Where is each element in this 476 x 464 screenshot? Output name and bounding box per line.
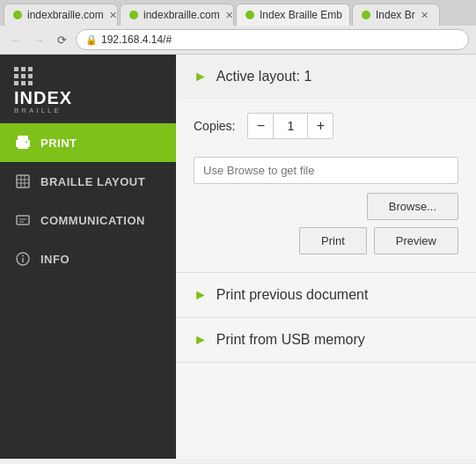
tab-3-label: Index Braille Emb [260, 9, 342, 21]
section-active-layout-title: Active layout: 1 [216, 69, 312, 85]
sidebar-item-braille-layout[interactable]: BRAILLE LAYOUT [0, 162, 176, 201]
sidebar-item-communication[interactable]: COMMUNICATION [0, 201, 176, 239]
svg-rect-5 [17, 175, 29, 188]
tab-2-label: indexbraille.com [143, 9, 220, 21]
copies-row: Copies: − 1 + [194, 113, 458, 139]
tab-1[interactable]: indexbraille.com ✕ [4, 4, 118, 26]
tab-1-close[interactable]: ✕ [109, 10, 117, 21]
browser-chrome: indexbraille.com ✕ indexbraille.com ✕ In… [0, 0, 476, 55]
url-text: 192.168.4.14/# [101, 33, 172, 46]
tab-2[interactable]: indexbraille.com ✕ [120, 4, 234, 26]
chevron-active-layout: ► [194, 69, 208, 85]
braille-layout-icon [14, 173, 32, 190]
tab-1-favicon [13, 11, 22, 19]
sidebar: INDEX BRAILLE PRINT [0, 55, 176, 459]
tab-4-close[interactable]: ✕ [421, 10, 428, 21]
tab-2-favicon [129, 11, 138, 19]
tab-3-close[interactable]: ✕ [348, 10, 350, 21]
print-button[interactable]: Print [299, 227, 367, 254]
reload-button[interactable]: ⟳ [53, 31, 70, 48]
lock-icon: 🔒 [85, 34, 98, 46]
action-buttons: Browse... [194, 193, 458, 220]
section-active-layout: ► Active layout: 1 Copies: − 1 + Browse.… [176, 55, 476, 273]
copies-decrement-button[interactable]: − [248, 114, 273, 138]
copies-value: 1 [273, 114, 308, 138]
svg-point-4 [26, 142, 27, 144]
section-print-previous-header[interactable]: ► Print previous document [176, 273, 476, 317]
tab-4[interactable]: Index Br ✕ [352, 4, 440, 26]
address-bar[interactable]: 🔒 192.168.4.14/# [76, 29, 469, 50]
tab-1-label: indexbraille.com [27, 9, 104, 21]
section-active-layout-header[interactable]: ► Active layout: 1 [176, 55, 476, 99]
print-preview-buttons: Print Preview [194, 227, 458, 254]
chevron-print-usb: ► [194, 332, 208, 348]
copies-increment-button[interactable]: + [308, 114, 333, 138]
svg-rect-3 [18, 144, 28, 148]
tab-3-favicon [245, 11, 254, 19]
file-input[interactable] [194, 157, 458, 184]
forward-button[interactable]: → [30, 31, 48, 48]
preview-button[interactable]: Preview [374, 227, 458, 254]
copies-control: − 1 + [247, 113, 333, 139]
logo-braille: BRAILLE [14, 107, 162, 114]
info-icon [14, 250, 32, 268]
address-bar-row: ← → ⟳ 🔒 192.168.4.14/# [0, 26, 476, 54]
browse-button[interactable]: Browse... [367, 193, 458, 220]
logo-area: INDEX BRAILLE [0, 55, 176, 123]
section-print-usb: ► Print from USB memory [176, 318, 476, 363]
section-print-usb-title: Print from USB memory [216, 332, 365, 348]
section-active-layout-body: Copies: − 1 + Browse... Print Preview [176, 99, 476, 272]
svg-rect-10 [17, 216, 29, 225]
logo-index: INDEX [14, 89, 162, 107]
app-container: INDEX BRAILLE PRINT [0, 55, 476, 459]
sidebar-item-print-label: PRINT [40, 136, 77, 150]
sidebar-item-communication-label: COMMUNICATION [40, 214, 145, 227]
sidebar-item-info-label: INFO [40, 253, 70, 266]
sidebar-item-print[interactable]: PRINT [0, 123, 176, 162]
tab-bar: indexbraille.com ✕ indexbraille.com ✕ In… [0, 0, 476, 26]
sidebar-item-braille-layout-label: BRAILLE LAYOUT [40, 175, 145, 188]
tab-4-label: Index Br [376, 9, 415, 21]
logo-dots [14, 67, 39, 85]
communication-icon [14, 211, 32, 229]
chevron-print-previous: ► [194, 287, 208, 303]
section-print-previous: ► Print previous document [176, 273, 476, 318]
sidebar-item-info[interactable]: INFO [0, 239, 176, 278]
main-content: ► Active layout: 1 Copies: − 1 + Browse.… [176, 55, 476, 459]
tab-2-close[interactable]: ✕ [225, 10, 233, 21]
svg-rect-0 [18, 136, 28, 140]
copies-label: Copies: [194, 119, 235, 133]
print-icon [14, 134, 32, 151]
back-button[interactable]: ← [7, 31, 25, 48]
tab-4-favicon [362, 11, 370, 19]
section-print-usb-header[interactable]: ► Print from USB memory [176, 318, 476, 362]
section-print-previous-title: Print previous document [216, 287, 369, 303]
svg-point-13 [22, 255, 24, 257]
tab-3[interactable]: Index Braille Emb ✕ [236, 4, 350, 26]
